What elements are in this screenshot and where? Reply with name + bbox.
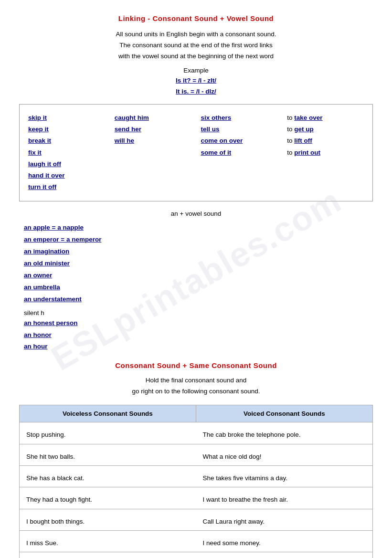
cv-col1-item-4: fix it [28, 147, 105, 158]
cv-col-1: skip it keep it break it fix it laugh it… [24, 110, 109, 195]
cv-col1-item-1: skip it [28, 112, 105, 124]
table-cell-0-1: The cab broke the telephone pole. [196, 422, 373, 444]
cv-col2-item-1: caught him [115, 112, 191, 124]
cv-grid: skip it keep it break it fix it laugh it… [24, 110, 368, 195]
example-line-2: It is. = /I - dIz/ [19, 86, 373, 97]
cv-col1-item-5: laugh it off [28, 158, 105, 170]
table-cell-1-0: She hit two balls. [20, 444, 196, 465]
an-vowel-section: an apple = a napple an emperor = a nempe… [19, 222, 373, 353]
an-item-7: an understatement [24, 294, 368, 305]
cv-col1-item-7: turn it off [28, 181, 105, 193]
table-cell-2-1: She takes five vitamins a day. [196, 465, 373, 487]
intro-line-1: All sound units in English begin with a … [116, 31, 276, 38]
cv-col3-item-4: some of it [201, 147, 278, 158]
table-cell-5-1: I need some money. [196, 530, 373, 552]
table-cell-5-0: I miss Sue. [20, 530, 196, 552]
cv-col4-link-1: take over [294, 114, 322, 121]
section2-title: Consonant Sound + Same Consonant Sound [19, 361, 373, 369]
an-item-4: an old minister [24, 258, 368, 270]
an-vowel-label: an + vowel sound [19, 210, 373, 217]
an-item-1: an apple = a napple [24, 222, 368, 234]
an-item-6: an umbrella [24, 282, 368, 294]
cv-col-4: to take over to get up to lift off to pr… [283, 110, 368, 195]
table-row: I wish she were here.She has nine nieces… [20, 552, 373, 558]
cv-col3-item-2: tell us [201, 124, 278, 135]
cv-col4-link-3: lift off [294, 137, 312, 144]
an-item-5: an owner [24, 270, 368, 282]
intro-line-3: with the vowel sound at the beginning of… [118, 53, 274, 60]
example-block: Example Is it? = /I - zIt/ It is. = /I -… [19, 67, 373, 97]
silent-h-item-1: an honest person [24, 317, 368, 329]
table-cell-4-0: I bought both things. [20, 509, 196, 530]
intro-text: All sound units in English begin with a … [19, 29, 373, 62]
table-cell-3-1: I want to breathe the fresh air. [196, 487, 373, 509]
table-header-1: Voiceless Consonant Sounds [20, 405, 196, 422]
hold-line-1: Hold the final consonant sound and [146, 377, 247, 384]
intro-line-2: The consonant sound at the end of the fi… [119, 42, 272, 49]
cv-col2-item-2: send her [115, 124, 191, 135]
silent-h-label: silent h [24, 309, 368, 316]
example-label: Example [19, 67, 373, 74]
table-cell-6-1: She has nine nieces. [196, 552, 373, 558]
cv-col4-item-2: to get up [287, 124, 364, 135]
cv-col4-item-3: to lift off [287, 135, 364, 147]
table-row: Stop pushing.The cab broke the telephone… [20, 422, 373, 444]
table-row: She hit two balls.What a nice old dog! [20, 444, 373, 465]
silent-h-item-2: an honor [24, 329, 368, 341]
cv-col1-item-3: break it [28, 135, 105, 147]
table-cell-4-1: Call Laura right away. [196, 509, 373, 530]
table-cell-3-0: They had a tough fight. [20, 487, 196, 509]
an-item-3: an imagination [24, 246, 368, 258]
cv-col4-link-2: get up [294, 126, 314, 133]
page-title: Linking - Consonant Sound + Vowel Sound [19, 14, 373, 22]
table-row: I bought both things.Call Laura right aw… [20, 509, 373, 530]
cv-col4-item-4: to print out [287, 147, 364, 158]
table-row: She has a black cat.She takes five vitam… [20, 465, 373, 487]
table-header-2: Voiced Consonant Sounds [196, 405, 373, 422]
table-row: I miss Sue.I need some money. [20, 530, 373, 552]
cv-col1-item-2: keep it [28, 124, 105, 135]
table-row: They had a tough fight.I want to breathe… [20, 487, 373, 509]
hold-text: Hold the final consonant sound and go ri… [19, 375, 373, 397]
cv-col2-item-3: will he [115, 135, 191, 147]
consonant-table: Voiceless Consonant Sounds Voiced Conson… [19, 405, 373, 558]
cv-col3-item-1: six others [201, 112, 278, 124]
cv-col1-item-6: hand it over [28, 170, 105, 181]
table-cell-2-0: She has a black cat. [20, 465, 196, 487]
table-cell-0-0: Stop pushing. [20, 422, 196, 444]
cv-col-3: six others tell us come on over some of … [197, 110, 282, 195]
table-cell-1-1: What a nice old dog! [196, 444, 373, 465]
an-item-2: an emperor = a nemperor [24, 234, 368, 246]
cv-col4-link-4: print out [294, 149, 320, 156]
example-line-1: Is it? = /I - zIt/ [19, 75, 373, 86]
consonant-vowel-table: skip it keep it break it fix it laugh it… [19, 104, 373, 201]
cv-col3-item-3: come on over [201, 135, 278, 147]
table-cell-6-0: I wish she were here. [20, 552, 196, 558]
silent-h-item-3: an hour [24, 341, 368, 353]
hold-line-2: go right on to the following consonant s… [132, 388, 260, 395]
cv-col4-item-1: to take over [287, 112, 364, 124]
cv-col-2: caught him send her will he [111, 110, 195, 195]
